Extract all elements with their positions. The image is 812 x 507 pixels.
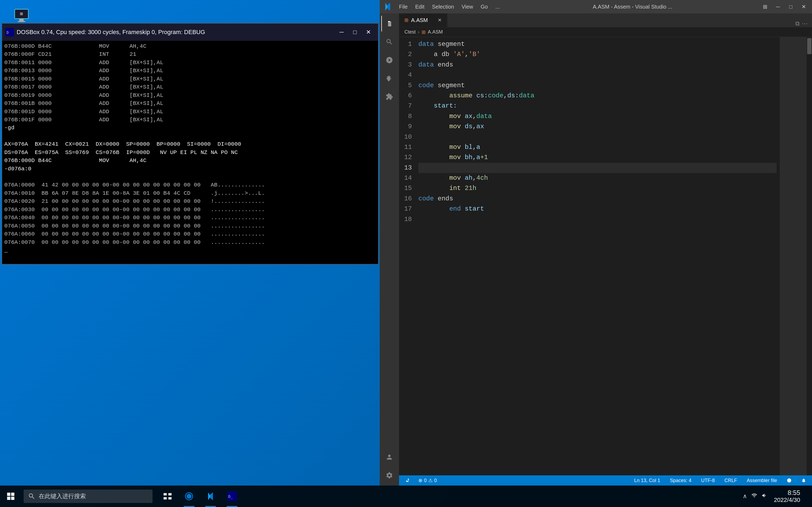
vscode-tabs-bar: ⊞ A.ASM ✕ ⧉ ⋯ — [399, 13, 812, 27]
activity-debug-icon[interactable] — [381, 70, 397, 87]
code-line-12: mov bh,a+1 — [418, 152, 776, 163]
vscode-statusbar: ⊗ 0 ⚠ 0 Ln 13, Col 1 Spaces: 4 — [399, 475, 812, 486]
vscode-code[interactable]: data segment a db 'A','B' data ends code… — [415, 37, 780, 475]
vscode-editor-area[interactable]: 1 2 3 4 5 6 7 8 9 10 11 12 13 14 — [399, 37, 812, 475]
taskbar-search-bar[interactable]: 在此键入进行搜索 — [23, 490, 153, 503]
vscode-tab-aasm[interactable]: ⊞ A.ASM ✕ — [399, 13, 447, 27]
vscode-window: File Edit Selection View Go ... A.ASM - … — [380, 0, 812, 486]
activity-search-icon[interactable] — [381, 34, 397, 50]
vscode-menu-go[interactable]: Go — [477, 3, 491, 11]
dosbox-line-mem8: 076A:0070 00 00 00 00 00 00 00 00-00 00 … — [4, 238, 376, 246]
svg-text:D_: D_ — [228, 494, 233, 499]
activity-account-icon[interactable] — [381, 449, 397, 465]
dosbox-line-cmd2: -d076a:0 — [4, 165, 376, 173]
statusbar-spaces[interactable]: Spaces: 4 — [668, 477, 693, 484]
tab-asm-icon: ⊞ — [404, 17, 408, 23]
svg-rect-2 — [18, 21, 25, 22]
taskbar-clock[interactable]: 8:55 2022/4/30 — [774, 489, 800, 504]
vscode-layout-button[interactable]: ⊞ — [759, 1, 771, 13]
vscode-window-controls: ⊞ ─ □ ✕ — [759, 1, 812, 13]
vscode-close-button[interactable]: ✕ — [798, 1, 810, 13]
more-actions-icon[interactable]: ⋯ — [802, 20, 808, 27]
dosbox-line-cur: 076B:000D B44C MOV AH,4C — [4, 157, 376, 165]
breadcrumb-asm-icon: ⊞ — [421, 29, 425, 35]
dosbox-content[interactable]: 076B:000D B44C MOV AH,4C 076B:000F CD21 … — [2, 41, 378, 264]
dosbox-line-10: 076B:001F 0000 ADD [BX+SI],AL — [4, 116, 376, 124]
statusbar-language[interactable]: Assembler file — [745, 477, 779, 484]
statusbar-encoding[interactable]: UTF-8 — [700, 477, 716, 484]
statusbar-branch-item[interactable] — [403, 477, 411, 484]
taskbar-taskview-button[interactable] — [157, 486, 178, 507]
dosbox-line-mem3: 076A:0020 21 00 00 00 00 00 00 00-00 00 … — [4, 198, 376, 206]
taskbar-dosbox-button[interactable]: D_ — [221, 486, 243, 507]
dosbox-minimize-button[interactable]: ─ — [335, 26, 348, 39]
code-line-2: a db 'A','B' — [418, 49, 776, 60]
dosbox-line-cmd1: -gd — [4, 124, 376, 132]
taskbar-volume-icon[interactable] — [762, 493, 767, 500]
vscode-main: ⊞ A.ASM ✕ ⧉ ⋯ Ctest › ⊞ A.ASM — [399, 13, 812, 486]
code-line-11: mov bl,a — [418, 142, 776, 152]
statusbar-errors-item[interactable]: ⊗ 0 ⚠ 0 — [417, 477, 439, 484]
breadcrumb-aasm[interactable]: A.ASM — [428, 29, 443, 35]
taskbar: 在此键入进行搜索 — [0, 486, 812, 507]
dosbox-titlebar[interactable]: D DOSBox 0.74, Cpu speed: 3000 cycles, F… — [2, 23, 378, 41]
statusbar-line-col-text: Ln 13, Col 1 — [634, 478, 660, 484]
statusbar-right: Ln 13, Col 1 Spaces: 4 UTF-8 CRLF Assemb — [632, 477, 808, 484]
statusbar-eol-text: CRLF — [724, 478, 737, 484]
activity-explorer-icon[interactable] — [381, 15, 397, 32]
monitor-icon: ⊞ — [13, 7, 30, 25]
tab-aasm-label: A.ASM — [411, 17, 428, 23]
statusbar-encoding-text: UTF-8 — [701, 478, 715, 484]
dosbox-line-mem2: 076A:0010 BB 6A 07 8E D8 8A 1E 00-8A 3E … — [4, 189, 376, 198]
vscode-minimize-button[interactable]: ─ — [772, 1, 784, 13]
error-icon: ⊗ — [418, 477, 422, 484]
code-line-18 — [418, 214, 776, 225]
vscode-scrollbar[interactable] — [807, 37, 812, 475]
split-editor-icon[interactable]: ⧉ — [795, 20, 800, 27]
tab-aasm-close[interactable]: ✕ — [438, 17, 442, 23]
dosbox-line-7: 076B:0019 0000 ADD [BX+SI],AL — [4, 92, 376, 100]
dosbox-line-mem1: 076A:0000 41 42 00 00 00 00 00-00 00 00 … — [4, 181, 376, 189]
code-line-5: code segment — [418, 80, 776, 91]
dosbox-maximize-button[interactable]: □ — [349, 26, 361, 39]
taskbar-show-desktop[interactable] — [803, 488, 808, 504]
taskbar-time: 8:55 — [788, 489, 800, 497]
dosbox-line-2: 076B:000F CD21 INT 21 — [4, 50, 376, 58]
dosbox-close-button[interactable]: ✕ — [362, 26, 375, 39]
taskbar-network-icon[interactable] — [751, 493, 757, 500]
taskbar-chevron-icon[interactable]: ∧ — [743, 493, 747, 500]
taskbar-edge-button[interactable] — [178, 486, 200, 507]
activity-settings-icon[interactable] — [381, 467, 397, 484]
warning-icon: ⚠ — [428, 477, 433, 484]
remote-icon — [787, 478, 792, 483]
taskbar-system-icons: ∧ — [743, 493, 767, 500]
taskbar-vscode-button[interactable] — [200, 486, 221, 507]
vscode-menu-view[interactable]: View — [458, 3, 476, 11]
code-line-10 — [418, 132, 776, 142]
editor-actions: ⧉ ⋯ — [795, 20, 812, 27]
vscode-title-text: A.ASM - Assem - Visual Studio ... — [506, 4, 759, 10]
dosbox-line-mem5: 076A:0040 00 00 00 00 00 00 00 00-00 00 … — [4, 214, 376, 222]
vscode-breadcrumb: Ctest › ⊞ A.ASM — [399, 27, 812, 37]
dosbox-line-empty1 — [4, 132, 376, 140]
vscode-menu-file[interactable]: File — [396, 3, 411, 11]
activity-git-icon[interactable] — [381, 52, 397, 68]
vscode-maximize-button[interactable]: □ — [784, 1, 797, 13]
statusbar-eol[interactable]: CRLF — [723, 477, 739, 484]
vscode-menu-selection[interactable]: Selection — [429, 3, 457, 11]
taskbar-start-button[interactable] — [0, 486, 21, 507]
code-line-4 — [418, 70, 776, 80]
activity-extensions-icon[interactable] — [381, 89, 397, 105]
vscode-titlebar: File Edit Selection View Go ... A.ASM - … — [380, 0, 812, 13]
statusbar-remote-icon[interactable] — [785, 477, 793, 484]
vscode-menu-more[interactable]: ... — [492, 3, 503, 11]
breadcrumb-ctest[interactable]: Ctest — [404, 29, 416, 35]
dosbox-line-4: 076B:0013 0000 ADD [BX+SI],AL — [4, 67, 376, 75]
vscode-activitybar — [380, 13, 399, 486]
vscode-body: ⊞ A.ASM ✕ ⧉ ⋯ Ctest › ⊞ A.ASM — [380, 13, 812, 486]
vscode-menu-edit[interactable]: Edit — [412, 3, 427, 11]
code-line-17: end start — [418, 204, 776, 214]
statusbar-bell-icon[interactable] — [800, 477, 808, 484]
code-line-9: mov ds,ax — [418, 121, 776, 132]
statusbar-line-col[interactable]: Ln 13, Col 1 — [632, 477, 662, 484]
